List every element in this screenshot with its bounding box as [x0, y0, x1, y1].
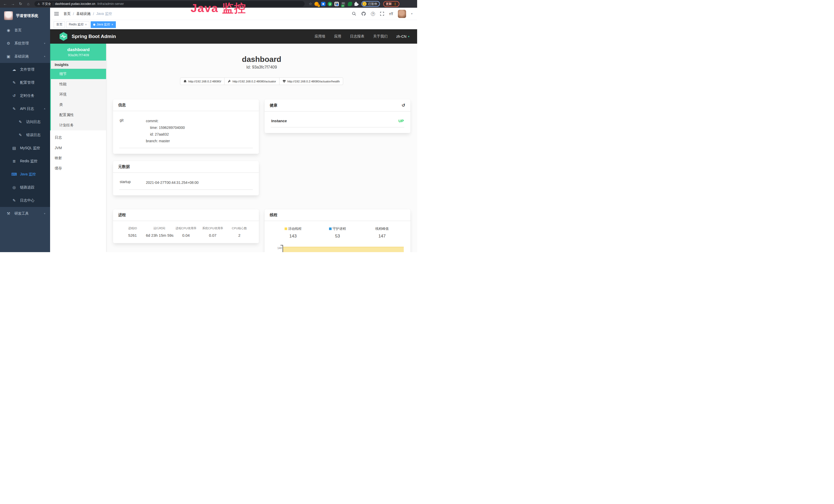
bookmark-star-icon[interactable]: ☆ [309, 2, 312, 6]
update-label: 更新 [386, 2, 392, 6]
sba-nav-wallboard[interactable]: 应用墙 [315, 34, 325, 39]
extension-y-icon[interactable]: y [328, 2, 332, 6]
browser-update-button[interactable]: 更新 ⋮ [383, 1, 399, 7]
sba-main: dashboard Id: 93a3fc7f7409 http://192.16… [106, 44, 417, 252]
sba-item-metrics[interactable]: 性能 [51, 79, 106, 89]
profile-emoji-icon: ☺ [363, 2, 367, 6]
legend-blue-swatch [329, 228, 332, 230]
browser-home-icon[interactable]: ⌂ [25, 0, 31, 8]
sidebar-item-access-log[interactable]: ✎ 访问日志 [0, 115, 50, 129]
git-id-line: id: 27aa832 [146, 131, 252, 138]
sidebar-item-dev-tools[interactable]: ⚒ 研发工具 ∨ [0, 207, 50, 220]
wrench-icon [227, 79, 231, 83]
sba-item-environment[interactable]: 环境 [51, 89, 106, 100]
app-logo-row[interactable]: 芋道管理系统 [0, 8, 50, 24]
process-stats: 进程ID 5261 运行时间 6d 23h 15m 59s [119, 226, 253, 237]
user-avatar[interactable] [398, 10, 406, 18]
info-value: commit: time: 1596289704000 id: 27aa832 … [146, 118, 252, 144]
screen: ← → ↻ ⌂ ⚠ 不安全 dashboard.yudao.iocoder.cn… [0, 0, 417, 252]
tab-redis-monitor[interactable]: Redis 监控 × [66, 21, 89, 28]
extension-pin-icon[interactable] [321, 2, 325, 6]
search-icon[interactable] [352, 12, 356, 16]
extension-leaf-icon[interactable] [348, 2, 352, 6]
toolbox-icon: ⚒ [6, 211, 11, 216]
link-label: http://192.168.0.2:48080/actuator/health [287, 80, 340, 83]
sidebar-item-mysql-monitor[interactable]: ▤ MySQL 监控 [0, 141, 50, 155]
avatar-caret-icon[interactable]: ▾ [411, 12, 413, 16]
extension-colorzilla-icon[interactable]: 1 [314, 2, 319, 6]
threads-card: 线程 活动线程 143 守护进程 [265, 209, 411, 252]
sba-item-logs[interactable]: 日志 [50, 133, 106, 143]
help-icon[interactable]: ? [371, 12, 375, 16]
sidebar-item-config-mgmt[interactable]: ✎ 配置管理 [0, 76, 50, 89]
sidebar-item-label: 文件管理 [20, 67, 35, 72]
history-icon[interactable]: ↺ [402, 103, 405, 108]
sba-item-config-props[interactable]: 配置属性 [51, 110, 106, 120]
sidebar-item-label: MySQL 监控 [20, 146, 40, 151]
threads-chart: 140 120 100 [271, 244, 404, 252]
navbar-actions: ? тT ▾ [352, 10, 413, 18]
service-url-button[interactable]: http://192.168.0.2:48080/ [180, 77, 224, 85]
health-url-button[interactable]: http://192.168.0.2:48080/actuator/health [279, 77, 343, 85]
sba-language-select[interactable]: zh-CN ▾ [396, 35, 410, 39]
sidebar-item-label: 系统管理 [14, 41, 29, 46]
sidebar-item-log-center[interactable]: ✎ 日志中心 [0, 194, 50, 207]
security-warning-icon: ⚠ [38, 2, 40, 6]
paused-label: 已暂停 [368, 2, 377, 6]
card-title-label: 信息 [118, 103, 126, 108]
tab-label: Java 监控 [96, 22, 110, 27]
breadcrumb-home[interactable]: 首页 [63, 12, 71, 16]
sba-item-details[interactable]: 细节 [50, 69, 106, 79]
git-commit-line: commit: [146, 118, 252, 124]
tab-home[interactable]: 首页 [54, 21, 65, 28]
sba-app-header[interactable]: dashboard 93a3fc7f7409 [50, 44, 106, 61]
tab-java-monitor[interactable]: Java 监控 × [91, 21, 116, 28]
sba-item-jvm[interactable]: JVM [50, 143, 106, 153]
github-icon[interactable] [361, 11, 366, 16]
sidebar-item-file-mgmt[interactable]: ☁ 文件管理 [0, 63, 50, 76]
extensions-puzzle-icon[interactable] [354, 3, 357, 6]
breadcrumb-infrastructure[interactable]: 基础设施 [76, 12, 91, 16]
actuator-url-button[interactable]: http://192.168.0.2:48080/actuator [224, 77, 279, 85]
sba-nav-applications[interactable]: 应用 [334, 34, 342, 39]
sidebar-item-api-log[interactable]: ✎ API 日志 ∧ [0, 102, 50, 115]
sba-nav-about[interactable]: 关于我们 [373, 34, 388, 39]
sidebar-item-error-log[interactable]: ✎ 错误日志 [0, 129, 50, 141]
active-dot-icon [93, 24, 95, 26]
sba-item-scheduled-tasks[interactable]: 计划任务 [51, 120, 106, 131]
browser-back-icon[interactable]: ← [2, 0, 8, 8]
sidebar-item-home[interactable]: ◉ 首页 [0, 24, 50, 37]
browser-forward-icon[interactable]: → [10, 0, 16, 8]
close-icon[interactable]: × [111, 23, 113, 26]
document-edit-icon: ✎ [11, 107, 17, 111]
cloud-upload-icon: ☁ [11, 67, 17, 72]
browser-reload-icon[interactable]: ↻ [18, 0, 24, 8]
extension-grid-icon[interactable] [334, 2, 339, 6]
fullscreen-icon[interactable] [380, 12, 384, 16]
sba-root-list: 日志 JVM 映射 缓存 [50, 133, 106, 174]
sidebar-item-label: 研发工具 [14, 211, 29, 216]
browser-menu-icon[interactable]: ⋮ [394, 2, 397, 6]
profile-paused-badge[interactable]: ☺ 已暂停 [361, 1, 380, 7]
sba-brand[interactable]: Spring Boot Admin [59, 31, 116, 41]
sidebar-item-trace[interactable]: ◎ 链路追踪 [0, 181, 50, 194]
health-instance-row[interactable]: Instance UP [271, 117, 404, 127]
sba-header: Spring Boot Admin 应用墙 应用 日志报表 关于我们 zh-CN… [50, 29, 417, 44]
sba-item-classes[interactable]: 类 [51, 100, 106, 110]
address-bar[interactable]: ⚠ 不安全 dashboard.yudao.iocoder.cn/infra/a… [35, 1, 305, 7]
close-icon[interactable]: × [85, 23, 87, 26]
sidebar-item-scheduled-jobs[interactable]: ↺ 定时任务 [0, 89, 50, 102]
sba-item-caches[interactable]: 缓存 [50, 163, 106, 174]
extension-switch-icon[interactable]: on [341, 2, 346, 6]
sidebar-item-java-monitor[interactable]: ⌨ Java 监控 [0, 168, 50, 181]
sidebar-item-redis-monitor[interactable]: ≣ Redis 监控 [0, 155, 50, 168]
instance-id: Id: 93a3fc7f7409 [106, 65, 417, 70]
sidebar-item-infrastructure[interactable]: ▣ 基础设施 ∧ [0, 50, 50, 63]
sidebar-item-system-mgmt[interactable]: ⚙ 系统管理 ∨ [0, 37, 50, 50]
sba-item-mappings[interactable]: 映射 [50, 153, 106, 163]
hamburger-icon[interactable] [54, 12, 59, 16]
font-size-icon[interactable]: тT [389, 12, 393, 16]
tags-view: 首页 Redis 监控 × Java 监控 × [50, 20, 417, 29]
security-label[interactable]: 不安全 [42, 2, 51, 6]
sba-nav-journal[interactable]: 日志报表 [350, 34, 365, 39]
